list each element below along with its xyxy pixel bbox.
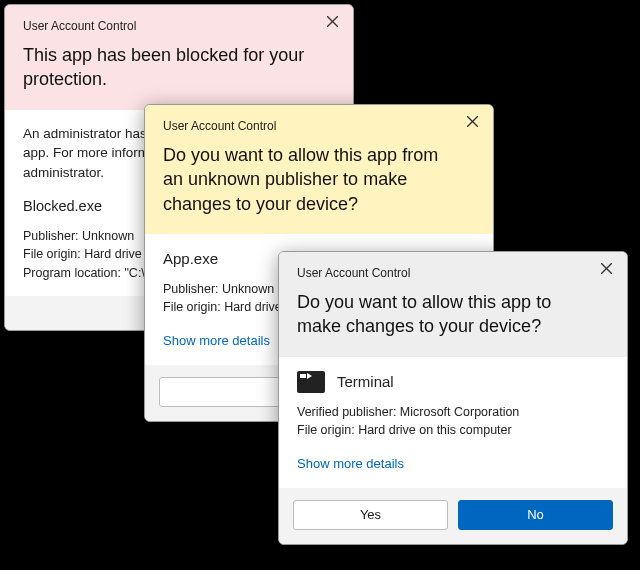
- origin-line: File origin: Hard drive on this computer: [297, 421, 609, 439]
- dialog-header: User Account Control This app has been b…: [5, 5, 353, 110]
- dialog-heading: This app has been blocked for your prote…: [23, 43, 313, 92]
- dialog-header: User Account Control Do you want to allo…: [145, 105, 493, 234]
- dialog-title: User Account Control: [163, 119, 453, 133]
- dialog-body: Terminal Verified publisher: Microsoft C…: [279, 357, 627, 488]
- close-button[interactable]: [455, 109, 489, 135]
- app-row: Terminal: [297, 371, 609, 393]
- close-button[interactable]: [315, 9, 349, 35]
- dialog-footer: Yes No: [279, 488, 627, 544]
- publisher-line: Verified publisher: Microsoft Corporatio…: [297, 403, 609, 421]
- dialog-header: User Account Control Do you want to allo…: [279, 252, 627, 357]
- app-name: Terminal: [337, 371, 394, 393]
- close-icon: [601, 260, 612, 278]
- no-button[interactable]: No: [458, 500, 613, 530]
- terminal-icon: [297, 371, 325, 393]
- show-more-link[interactable]: Show more details: [297, 455, 404, 474]
- show-more-link[interactable]: Show more details: [163, 332, 270, 351]
- close-icon: [467, 113, 478, 131]
- close-button[interactable]: [589, 256, 623, 282]
- dialog-heading: Do you want to allow this app from an un…: [163, 143, 453, 216]
- close-icon: [327, 13, 338, 31]
- uac-dialog-verified: User Account Control Do you want to allo…: [278, 251, 628, 545]
- dialog-title: User Account Control: [23, 19, 313, 33]
- yes-button[interactable]: Yes: [293, 500, 448, 530]
- dialog-title: User Account Control: [297, 266, 587, 280]
- dialog-heading: Do you want to allow this app to make ch…: [297, 290, 587, 339]
